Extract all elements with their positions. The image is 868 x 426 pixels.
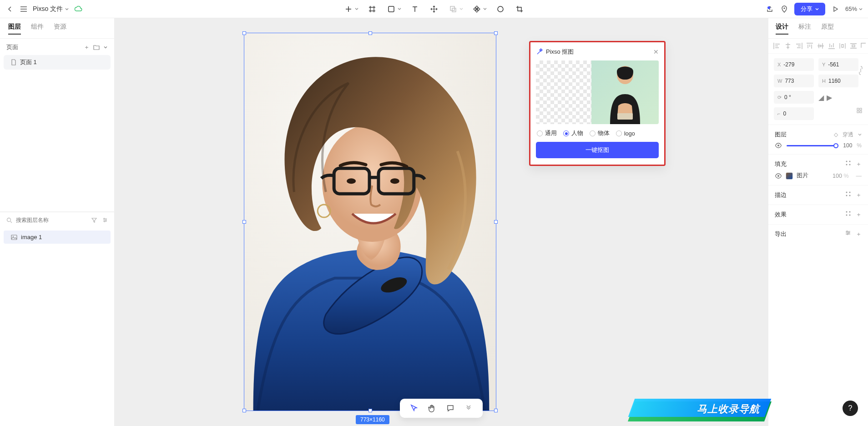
folder-icon[interactable]: [93, 45, 100, 50]
fill-style-icon[interactable]: [845, 160, 851, 168]
visibility-icon[interactable]: [775, 143, 782, 148]
share-button[interactable]: 分享: [794, 3, 825, 15]
svg-point-33: [846, 195, 848, 196]
align-top-icon[interactable]: [806, 42, 814, 50]
tab-prototype[interactable]: 原型: [821, 23, 834, 35]
ellipse-tool-icon[interactable]: [495, 4, 506, 15]
svg-point-32: [849, 192, 851, 193]
tab-components[interactable]: 组件: [31, 23, 44, 35]
svg-point-34: [849, 195, 851, 196]
cutout-run-button[interactable]: 一键抠图: [536, 142, 659, 158]
link-wh-icon[interactable]: [858, 65, 863, 75]
flip-v-icon[interactable]: ▶: [827, 93, 832, 102]
y-field[interactable]: Y: [818, 58, 858, 71]
fill-swatch[interactable]: [786, 172, 793, 180]
location-icon[interactable]: [780, 5, 789, 14]
boolean-tool-icon[interactable]: [448, 4, 459, 15]
topbar: Pixso 文件 分享 65%: [0, 0, 868, 18]
canvas[interactable]: 773×1160 Pixso 抠图 ✕: [115, 18, 768, 426]
file-title[interactable]: Pixso 文件: [33, 5, 69, 13]
share-label: 分享: [801, 5, 812, 13]
align-right-icon[interactable]: [795, 42, 803, 50]
layer-name: image 1: [21, 234, 42, 241]
fill-section: 填充 ＋ 图片 100 % —: [768, 155, 868, 185]
add-effect-icon[interactable]: ＋: [856, 210, 862, 219]
selection-box[interactable]: [244, 33, 496, 411]
export-settings-icon[interactable]: [845, 230, 851, 238]
text-tool-icon[interactable]: [409, 4, 420, 15]
left-panel: 图层 组件 资源 页面 ＋ 页面 1: [0, 18, 115, 426]
align-bottom-icon[interactable]: [828, 42, 836, 50]
rect-tool-icon[interactable]: [386, 4, 397, 15]
menu-icon[interactable]: [19, 5, 28, 14]
svg-point-7: [106, 220, 106, 221]
add-stroke-icon[interactable]: ＋: [856, 191, 862, 199]
layer-search-input[interactable]: [16, 217, 86, 223]
distribute-v-icon[interactable]: [849, 42, 858, 50]
svg-point-37: [846, 215, 848, 216]
hand-tool-icon[interactable]: [427, 403, 437, 413]
filter-icon[interactable]: [91, 217, 97, 223]
move-tool-icon[interactable]: [429, 4, 439, 15]
add-export-icon[interactable]: ＋: [856, 230, 862, 238]
component-tool-icon[interactable]: [471, 4, 482, 15]
x-field[interactable]: X: [774, 58, 814, 71]
svg-point-25: [777, 145, 779, 146]
svg-point-29: [849, 164, 851, 165]
tab-annotate[interactable]: 标注: [798, 23, 811, 35]
back-icon[interactable]: [5, 5, 15, 14]
option-object[interactable]: 物体: [590, 130, 610, 137]
effect-section: 效果 ＋: [768, 205, 868, 225]
add-tool-icon[interactable]: [343, 4, 354, 15]
svg-rect-23: [857, 111, 859, 113]
select-tool-icon[interactable]: [409, 403, 419, 413]
share-export-icon[interactable]: [765, 5, 774, 14]
rotation-field[interactable]: ⟳: [774, 91, 814, 104]
distribute-h-icon[interactable]: [838, 42, 847, 50]
tab-assets[interactable]: 资源: [54, 23, 66, 35]
page-item[interactable]: 页面 1: [4, 55, 111, 70]
align-vcenter-icon[interactable]: [817, 42, 825, 50]
fill-visibility-icon[interactable]: [775, 173, 782, 179]
remove-fill-icon[interactable]: —: [856, 173, 862, 179]
comment-tool-icon[interactable]: [445, 403, 455, 413]
option-logo[interactable]: logo: [616, 130, 635, 137]
more-tools-icon[interactable]: [464, 403, 474, 413]
align-left-icon[interactable]: [773, 42, 781, 50]
cloud-sync-icon[interactable]: [74, 5, 83, 14]
h-field[interactable]: H: [818, 75, 858, 87]
add-fill-icon[interactable]: ＋: [856, 160, 862, 168]
zoom-display[interactable]: 65%: [845, 5, 863, 12]
collapse-pages-icon[interactable]: [103, 45, 108, 50]
tab-layers[interactable]: 图层: [8, 23, 21, 35]
align-more-icon[interactable]: [860, 42, 867, 50]
blend-mode-select[interactable]: ◇ 穿透: [834, 131, 862, 139]
fill-section-title: 填充: [775, 160, 787, 168]
radius-field[interactable]: ⌐: [774, 107, 814, 120]
opacity-slider[interactable]: [787, 145, 838, 146]
frame-tool-icon[interactable]: [367, 4, 378, 15]
help-button[interactable]: ?: [843, 401, 858, 416]
svg-point-31: [846, 192, 848, 193]
preview-person-icon: [600, 62, 650, 124]
w-field[interactable]: W: [774, 75, 814, 87]
layer-item[interactable]: image 1: [4, 231, 111, 244]
svg-rect-20: [617, 113, 633, 120]
crop-tool-icon[interactable]: [514, 4, 525, 15]
stroke-style-icon[interactable]: [845, 191, 851, 199]
option-general[interactable]: 通用: [537, 130, 557, 137]
bottom-toolbar: [400, 399, 483, 418]
stroke-section: 描边 ＋: [768, 185, 868, 205]
effect-style-icon[interactable]: [845, 210, 851, 219]
tab-design[interactable]: 设计: [776, 23, 788, 35]
independent-corners-icon[interactable]: [856, 107, 863, 120]
opacity-diamond-icon: ◇: [834, 131, 838, 138]
watermark-text: 马上收录导航: [697, 402, 768, 416]
play-icon[interactable]: [831, 5, 840, 14]
add-page-icon[interactable]: ＋: [84, 43, 90, 51]
close-icon[interactable]: ✕: [653, 48, 659, 55]
align-hcenter-icon[interactable]: [784, 42, 792, 50]
option-person[interactable]: 人物: [563, 130, 583, 137]
settings-sliders-icon[interactable]: [102, 217, 108, 223]
flip-h-icon[interactable]: ◢: [818, 93, 824, 102]
